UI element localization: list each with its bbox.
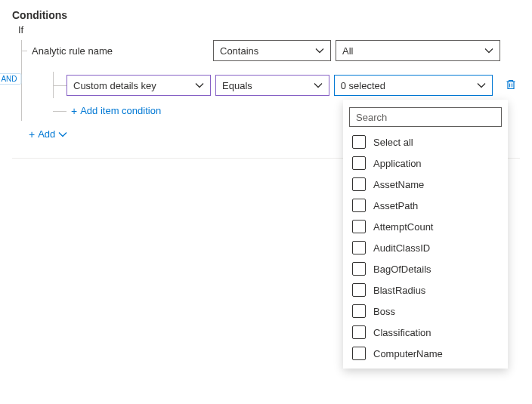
select-all-label: Select all <box>373 137 413 148</box>
operator-select-1-value: Contains <box>220 45 258 57</box>
options-list[interactable]: ApplicationAssetNameAssetPathAttemptCoun… <box>343 153 508 168</box>
select-all-option[interactable]: Select all <box>343 131 508 153</box>
value-select-1-value: All <box>342 45 353 57</box>
if-label: If <box>12 24 520 35</box>
condition-row-1: Analytic rule name Contains All <box>27 40 520 61</box>
property-select-2[interactable]: Custom details key <box>66 75 211 96</box>
value-select-1[interactable]: All <box>336 40 500 61</box>
add-condition-label: Add <box>38 128 55 140</box>
operator-select-2-value: Equals <box>222 80 252 91</box>
plus-icon: + <box>29 129 35 140</box>
value-select-2[interactable]: 0 selected <box>334 75 493 96</box>
condition-row-2: Custom details key Equals 0 selected <box>66 75 520 96</box>
chevron-down-icon <box>58 130 67 139</box>
checkbox-icon <box>352 135 366 149</box>
multi-select-dropdown: Select all ApplicationAssetNameAssetPath… <box>343 100 508 168</box>
option-label: Application <box>373 158 422 168</box>
value-select-2-value: 0 selected <box>341 80 385 91</box>
chevron-down-icon <box>195 81 204 90</box>
property-select-2-value: Custom details key <box>73 80 156 91</box>
option-item[interactable]: Application <box>343 153 508 168</box>
chevron-down-icon <box>314 81 323 90</box>
operator-select-2[interactable]: Equals <box>215 75 329 96</box>
delete-button[interactable] <box>502 76 520 96</box>
search-input[interactable] <box>349 107 502 127</box>
checkbox-icon <box>352 156 366 168</box>
operator-select-1[interactable]: Contains <box>213 40 331 61</box>
add-item-condition-label: Add item condition <box>80 105 161 116</box>
chevron-down-icon <box>315 46 324 55</box>
and-badge: AND <box>0 73 22 85</box>
section-title: Conditions <box>12 9 520 21</box>
chevron-down-icon <box>484 46 493 55</box>
property-label: Analytic rule name <box>27 45 209 57</box>
chevron-down-icon <box>477 81 486 90</box>
plus-icon: + <box>71 106 77 116</box>
